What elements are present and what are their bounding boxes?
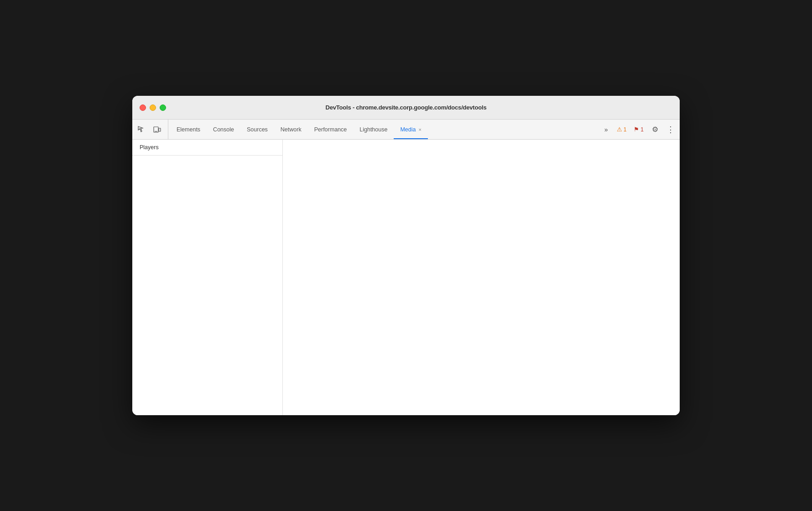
- tab-media[interactable]: Media ×: [394, 120, 427, 139]
- more-tabs-icon: »: [604, 126, 608, 133]
- more-options-button[interactable]: ⋮: [663, 122, 678, 137]
- window-title: DevTools - chrome.devsite.corp.google.co…: [326, 104, 487, 111]
- more-tabs-button[interactable]: »: [600, 123, 613, 136]
- more-options-icon: ⋮: [666, 125, 675, 135]
- traffic-lights: [140, 104, 166, 111]
- main-content: Players: [132, 140, 680, 415]
- errors-badge[interactable]: ⚑ 1: [630, 125, 647, 134]
- sidebar-body: [132, 156, 282, 415]
- tab-console[interactable]: Console: [207, 120, 240, 139]
- tab-bar: Elements Console Sources Network Perform…: [132, 120, 680, 140]
- devtools-window: DevTools - chrome.devsite.corp.google.co…: [132, 96, 680, 415]
- error-count: 1: [640, 126, 644, 133]
- minimize-button[interactable]: [150, 104, 156, 111]
- tab-bar-right-controls: » ⚠ 1 ⚑ 1 ⚙ ⋮: [598, 120, 678, 139]
- maximize-button[interactable]: [160, 104, 166, 111]
- tab-elements[interactable]: Elements: [170, 120, 207, 139]
- tab-bar-left-controls: [134, 120, 168, 139]
- tab-network[interactable]: Network: [274, 120, 308, 139]
- device-icon: [153, 125, 161, 134]
- inspect-element-button[interactable]: [134, 122, 149, 137]
- tab-performance[interactable]: Performance: [308, 120, 354, 139]
- sidebar-header: Players: [132, 140, 282, 156]
- close-button[interactable]: [140, 104, 146, 111]
- warning-count: 1: [624, 126, 627, 133]
- tab-lighthouse[interactable]: Lighthouse: [353, 120, 394, 139]
- svg-rect-1: [159, 128, 161, 131]
- tabs-container: Elements Console Sources Network Perform…: [170, 120, 598, 139]
- inspect-icon: [137, 125, 146, 134]
- settings-icon: ⚙: [652, 125, 658, 134]
- warning-icon: ⚠: [617, 126, 622, 133]
- sidebar: Players: [132, 140, 283, 415]
- warnings-badge[interactable]: ⚠ 1: [614, 125, 630, 134]
- close-tab-media[interactable]: ×: [418, 127, 421, 132]
- error-icon: ⚑: [634, 126, 639, 133]
- title-bar: DevTools - chrome.devsite.corp.google.co…: [132, 96, 680, 120]
- detail-area: [283, 140, 680, 415]
- tab-sources[interactable]: Sources: [240, 120, 274, 139]
- settings-button[interactable]: ⚙: [648, 122, 662, 137]
- device-toolbar-button[interactable]: [150, 122, 164, 137]
